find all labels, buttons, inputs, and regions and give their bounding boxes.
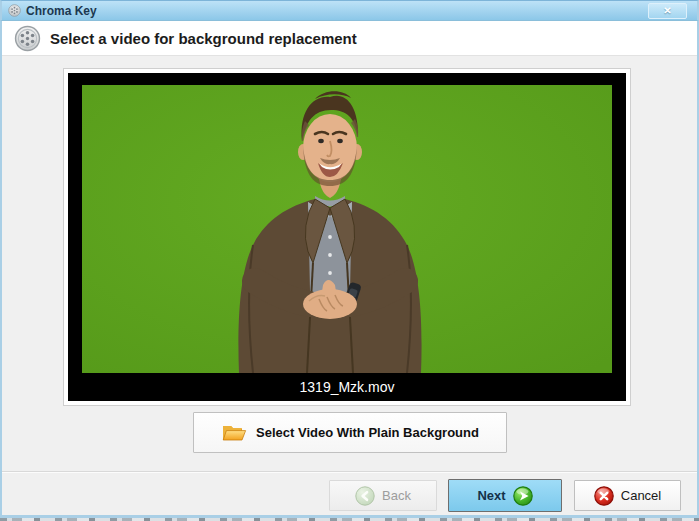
film-reel-icon — [14, 25, 41, 52]
next-circle-arrow-icon — [513, 486, 533, 506]
video-filename: 1319_Mzk.mov — [68, 379, 626, 396]
next-label: Next — [477, 488, 505, 503]
cancel-circle-x-icon — [594, 486, 614, 506]
footer-separator — [2, 471, 697, 473]
back-circle-arrow-icon — [355, 486, 375, 506]
back-label: Back — [382, 488, 411, 503]
close-icon: ✕ — [663, 6, 671, 16]
back-button[interactable]: Back — [329, 480, 437, 511]
green-screen-video-illustration — [82, 85, 612, 373]
select-video-label: Select Video With Plain Background — [256, 425, 479, 440]
dialog-body: Select a video for background replacemen… — [0, 21, 699, 518]
next-button[interactable]: Next — [448, 479, 562, 512]
video-preview — [82, 85, 612, 373]
header: Select a video for background replacemen… — [2, 21, 697, 56]
chroma-key-dialog: Chroma Key ✕ Select a video for backgrou… — [0, 0, 699, 518]
select-video-button[interactable]: Select Video With Plain Background — [193, 412, 507, 453]
cancel-button[interactable]: Cancel — [574, 480, 681, 511]
folder-open-icon — [221, 422, 247, 444]
video-frame: 1319_Mzk.mov — [68, 73, 626, 401]
title-bar[interactable]: Chroma Key ✕ — [0, 0, 699, 21]
page-title: Select a video for background replacemen… — [50, 30, 357, 47]
window-title: Chroma Key — [26, 5, 97, 17]
cancel-label: Cancel — [621, 488, 661, 503]
screen: Chroma Key ✕ Select a video for backgrou… — [0, 0, 699, 521]
film-reel-icon — [8, 4, 21, 17]
video-preview-card: 1319_Mzk.mov — [63, 68, 631, 406]
close-button[interactable]: ✕ — [648, 3, 687, 19]
